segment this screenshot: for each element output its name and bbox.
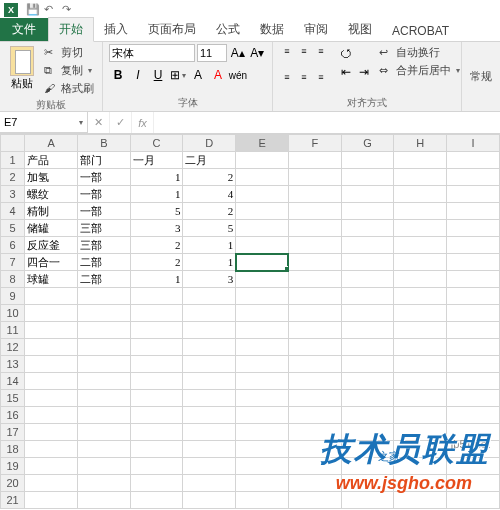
tab-0[interactable]: 开始	[48, 17, 94, 42]
align-left-icon[interactable]: ≡	[279, 70, 295, 84]
row-header-11[interactable]: 11	[1, 322, 25, 339]
decrease-font-icon[interactable]: A▾	[249, 44, 267, 62]
row-header-17[interactable]: 17	[1, 424, 25, 441]
cell-I14[interactable]	[447, 373, 500, 390]
cell-B6[interactable]: 三部	[77, 237, 130, 254]
cancel-formula-icon[interactable]: ✕	[88, 112, 110, 133]
cell-G6[interactable]	[341, 237, 394, 254]
col-header-H[interactable]: H	[394, 135, 447, 152]
align-middle-icon[interactable]: ≡	[296, 44, 312, 58]
decrease-indent-icon[interactable]: ⇤	[337, 63, 355, 81]
italic-button[interactable]: I	[129, 66, 147, 84]
tab-1[interactable]: 插入	[94, 18, 138, 41]
cell-I1[interactable]	[447, 152, 500, 169]
tab-5[interactable]: 审阅	[294, 18, 338, 41]
cell-F20[interactable]	[288, 475, 341, 492]
cell-I6[interactable]	[447, 237, 500, 254]
cell-I2[interactable]	[447, 169, 500, 186]
cell-C8[interactable]: 1	[130, 271, 183, 288]
cell-D7[interactable]: 1	[183, 254, 236, 271]
cell-A2[interactable]: 加氢	[25, 169, 78, 186]
cell-B2[interactable]: 一部	[77, 169, 130, 186]
cell-E4[interactable]	[236, 203, 289, 220]
row-header-9[interactable]: 9	[1, 288, 25, 305]
tab-6[interactable]: 视图	[338, 18, 382, 41]
cell-C16[interactable]	[130, 407, 183, 424]
cell-H21[interactable]	[394, 492, 447, 509]
cell-E7[interactable]	[236, 254, 289, 271]
cell-H15[interactable]	[394, 390, 447, 407]
cell-D4[interactable]: 2	[183, 203, 236, 220]
cell-G1[interactable]	[341, 152, 394, 169]
cell-B14[interactable]	[77, 373, 130, 390]
cell-G4[interactable]	[341, 203, 394, 220]
cell-D21[interactable]	[183, 492, 236, 509]
undo-icon[interactable]: ↶	[44, 3, 58, 17]
cell-D17[interactable]	[183, 424, 236, 441]
align-right-icon[interactable]: ≡	[313, 70, 329, 84]
orientation-icon[interactable]: ⭯	[337, 44, 355, 62]
cell-D1[interactable]: 二月	[183, 152, 236, 169]
cell-C6[interactable]: 2	[130, 237, 183, 254]
cell-B18[interactable]	[77, 441, 130, 458]
cell-H4[interactable]	[394, 203, 447, 220]
row-header-12[interactable]: 12	[1, 339, 25, 356]
cell-G3[interactable]	[341, 186, 394, 203]
fx-icon[interactable]: fx	[132, 112, 154, 133]
col-header-E[interactable]: E	[236, 135, 289, 152]
cell-G21[interactable]	[341, 492, 394, 509]
cell-I12[interactable]	[447, 339, 500, 356]
cell-G10[interactable]	[341, 305, 394, 322]
cell-A8[interactable]: 球罐	[25, 271, 78, 288]
tab-file[interactable]: 文件	[0, 18, 48, 41]
align-top-icon[interactable]: ≡	[279, 44, 295, 58]
row-header-3[interactable]: 3	[1, 186, 25, 203]
col-header-I[interactable]: I	[447, 135, 500, 152]
cell-B1[interactable]: 部门	[77, 152, 130, 169]
merge-center-button[interactable]: ⇔合并后居中▾	[377, 62, 462, 79]
font-color-button[interactable]: A	[209, 66, 227, 84]
bold-button[interactable]: B	[109, 66, 127, 84]
row-header-10[interactable]: 10	[1, 305, 25, 322]
cell-C11[interactable]	[130, 322, 183, 339]
cell-H16[interactable]	[394, 407, 447, 424]
cell-H14[interactable]	[394, 373, 447, 390]
cell-B5[interactable]: 三部	[77, 220, 130, 237]
tab-3[interactable]: 公式	[206, 18, 250, 41]
cell-A4[interactable]: 精制	[25, 203, 78, 220]
cell-A1[interactable]: 产品	[25, 152, 78, 169]
cell-D2[interactable]: 2	[183, 169, 236, 186]
cell-C1[interactable]: 一月	[130, 152, 183, 169]
cell-B3[interactable]: 一部	[77, 186, 130, 203]
cell-H10[interactable]	[394, 305, 447, 322]
align-center-icon[interactable]: ≡	[296, 70, 312, 84]
cell-A18[interactable]	[25, 441, 78, 458]
cell-G2[interactable]	[341, 169, 394, 186]
align-bottom-icon[interactable]: ≡	[313, 44, 329, 58]
cell-E18[interactable]	[236, 441, 289, 458]
cell-F10[interactable]	[288, 305, 341, 322]
cell-C3[interactable]: 1	[130, 186, 183, 203]
cell-D15[interactable]	[183, 390, 236, 407]
cell-E13[interactable]	[236, 356, 289, 373]
cell-D6[interactable]: 1	[183, 237, 236, 254]
cell-F2[interactable]	[288, 169, 341, 186]
cell-A21[interactable]	[25, 492, 78, 509]
cell-A17[interactable]	[25, 424, 78, 441]
cell-G14[interactable]	[341, 373, 394, 390]
cell-B11[interactable]	[77, 322, 130, 339]
cell-D8[interactable]: 3	[183, 271, 236, 288]
cell-C5[interactable]: 3	[130, 220, 183, 237]
cell-D18[interactable]	[183, 441, 236, 458]
font-name-select[interactable]	[109, 44, 195, 62]
cell-D10[interactable]	[183, 305, 236, 322]
cell-I11[interactable]	[447, 322, 500, 339]
row-header-21[interactable]: 21	[1, 492, 25, 509]
cell-B12[interactable]	[77, 339, 130, 356]
cell-C15[interactable]	[130, 390, 183, 407]
cell-H13[interactable]	[394, 356, 447, 373]
cell-F16[interactable]	[288, 407, 341, 424]
row-header-19[interactable]: 19	[1, 458, 25, 475]
cell-C14[interactable]	[130, 373, 183, 390]
col-header-G[interactable]: G	[341, 135, 394, 152]
